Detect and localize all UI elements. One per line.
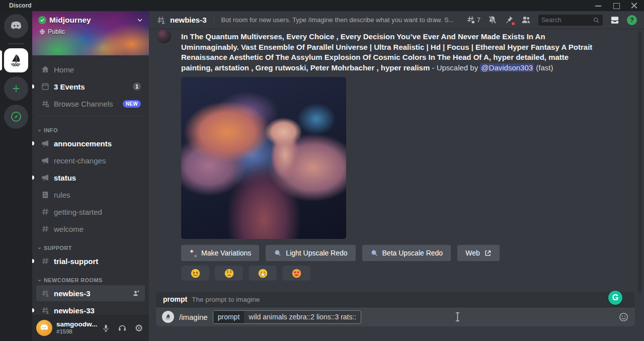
- generated-image-attachment[interactable]: [181, 77, 346, 239]
- selected-server-pill: [0, 50, 2, 70]
- channel-label: welcome: [54, 225, 84, 233]
- user-bar: samgoodw... #1598: [32, 315, 149, 341]
- parameter-label: prompt: [213, 311, 245, 323]
- inbox-button[interactable]: [610, 15, 620, 25]
- message-input[interactable]: /imagine prompt wild animals zebra::2 li…: [156, 307, 635, 326]
- channel-sidebar: Midjourney Public Home 3 Events 1: [32, 11, 149, 341]
- megaphone-icon: [40, 155, 50, 165]
- beta-upscale-redo-button[interactable]: Beta Upscale Redo: [362, 245, 451, 261]
- mic-icon[interactable]: [101, 323, 111, 333]
- section-header-support[interactable]: SUPPORT: [36, 238, 145, 253]
- discord-logo-icon: [9, 19, 23, 33]
- upscale-suffix: (fast): [534, 63, 553, 72]
- channel-label: newbies-33: [54, 306, 95, 315]
- gear-icon[interactable]: [134, 323, 144, 333]
- bot-command-avatar: [162, 311, 174, 323]
- notifications-muted-button[interactable]: [488, 15, 497, 25]
- section-header-newcomer-rooms[interactable]: NEWCOMER ROOMS: [36, 270, 145, 285]
- bot-avatar[interactable]: [157, 29, 171, 43]
- add-server-button[interactable]: [4, 76, 28, 101]
- sidebar-item-trial-support[interactable]: trial-support: [36, 253, 145, 269]
- magnifier-icon: [274, 249, 282, 257]
- rail-divider: [8, 43, 24, 44]
- sidebar-item-events[interactable]: 3 Events 1: [36, 78, 145, 95]
- channel-header: newbies-3 Bot room for new users. Type /…: [149, 11, 644, 29]
- magnifier-icon: [370, 249, 378, 257]
- chevron-down-icon: [37, 246, 42, 250]
- sidebar-item-newbies-33[interactable]: newbies-33: [36, 302, 145, 315]
- command-parameter[interactable]: prompt wild animals zebra::2 lions::3 ra…: [213, 310, 362, 324]
- user-discriminator: #1598: [56, 328, 97, 335]
- sidebar-item-getting-started[interactable]: getting-started: [36, 204, 145, 220]
- grinning-face-icon: [258, 268, 268, 279]
- sidebar-item-announcements[interactable]: announcements: [36, 135, 145, 151]
- discord-home-button[interactable]: [4, 14, 28, 38]
- server-header[interactable]: Midjourney: [38, 16, 144, 25]
- window-titlebar: Discord: [0, 0, 644, 11]
- web-button[interactable]: Web: [457, 245, 500, 261]
- help-icon[interactable]: [627, 15, 637, 25]
- threads-button[interactable]: 7: [466, 15, 480, 25]
- sailboat-icon: [9, 53, 24, 68]
- pinned-messages-button[interactable]: [504, 15, 514, 25]
- channel-topic[interactable]: Bot room for new users. Type /imagine th…: [221, 16, 462, 24]
- members-icon: [521, 15, 531, 25]
- close-button[interactable]: [631, 3, 638, 9]
- reaction-confounded-face[interactable]: [181, 266, 209, 281]
- window-title: Discord: [9, 2, 32, 9]
- hash-user-icon: [40, 288, 50, 298]
- inbox-icon: [610, 15, 620, 25]
- grammarly-icon[interactable]: [608, 291, 622, 305]
- make-variations-button[interactable]: Make Variations: [181, 245, 259, 261]
- slash-command-option[interactable]: prompt The prompt to imagine: [156, 292, 635, 307]
- events-count-badge: 1: [133, 82, 141, 91]
- sidebar-item-newbies-3[interactable]: newbies-3: [36, 285, 145, 301]
- invite-member-icon[interactable]: [132, 289, 141, 298]
- hash-icon: [40, 256, 50, 266]
- sidebar-item-status[interactable]: status: [36, 169, 145, 186]
- threads-icon: [466, 15, 475, 25]
- reaction-heart-eyes-face[interactable]: [282, 266, 310, 281]
- user-mention[interactable]: @Davidson303: [480, 63, 534, 72]
- channel-label: recent-changes: [54, 156, 106, 165]
- minimize-button[interactable]: [595, 3, 602, 9]
- hash-user-icon: [156, 15, 166, 25]
- search-input[interactable]: Search: [538, 15, 603, 26]
- sidebar-item-recent-changes[interactable]: recent-changes: [36, 152, 145, 168]
- channel-list: Home 3 Events 1 Browse Channels NEW INFO…: [32, 55, 149, 315]
- megaphone-icon: [40, 173, 50, 183]
- text-cursor: [454, 312, 461, 322]
- light-upscale-redo-button[interactable]: Light Upscale Redo: [266, 245, 355, 261]
- confounded-face-icon: [190, 268, 201, 279]
- section-header-info[interactable]: INFO: [36, 120, 145, 135]
- server-visibility-label: Public: [48, 28, 65, 35]
- browse-channels-label: Browse Channels: [54, 100, 113, 108]
- option-name: prompt: [163, 295, 187, 303]
- section-title: INFO: [44, 127, 58, 133]
- channel-label: trial-support: [54, 257, 98, 266]
- server-visibility: Public: [39, 28, 65, 35]
- reaction-frowning-face[interactable]: [215, 266, 243, 281]
- user-identity[interactable]: samgoodw... #1598: [56, 321, 97, 334]
- channel-label: announcements: [54, 139, 112, 148]
- search-placeholder: Search: [541, 17, 593, 24]
- maximize-button[interactable]: [613, 3, 620, 9]
- member-list-button[interactable]: [521, 15, 531, 25]
- reaction-grinning-face[interactable]: [249, 266, 277, 281]
- user-avatar[interactable]: [36, 320, 52, 336]
- emoji-picker-icon[interactable]: [618, 311, 629, 322]
- hash-icon: [40, 224, 50, 234]
- sidebar-item-home[interactable]: Home: [36, 61, 145, 77]
- sidebar-item-browse-channels[interactable]: Browse Channels NEW: [36, 96, 145, 112]
- server-banner[interactable]: Midjourney Public: [32, 11, 149, 55]
- home-label: Home: [54, 65, 74, 74]
- heart-eyes-face-icon: [291, 268, 302, 279]
- sidebar-item-welcome[interactable]: welcome: [36, 221, 145, 237]
- sparkles-icon: [189, 249, 197, 257]
- explore-servers-button[interactable]: [4, 105, 28, 129]
- username: samgoodw...: [56, 321, 97, 328]
- button-label: Light Upscale Redo: [286, 249, 347, 257]
- headphones-icon[interactable]: [117, 323, 127, 333]
- server-icon-midjourney[interactable]: [4, 48, 28, 72]
- sidebar-item-rules[interactable]: rules: [36, 187, 145, 203]
